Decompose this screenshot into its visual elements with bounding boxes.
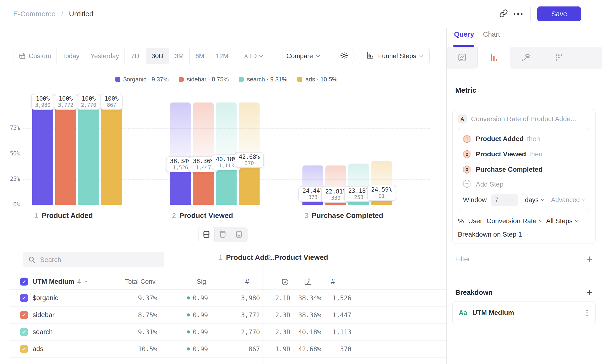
report-type-funnels[interactable] — [478, 47, 510, 68]
row-sig: 0.99 — [187, 294, 208, 302]
add-step-button[interactable]: Add Step — [463, 177, 585, 192]
chart-settings-button[interactable] — [335, 48, 354, 64]
bar-count-label: 373 — [302, 194, 323, 200]
legend-label: search · 9.31% — [247, 76, 287, 83]
more-options-button[interactable] — [511, 7, 525, 21]
report-type-retention[interactable] — [542, 47, 576, 68]
total-conv-header[interactable]: Total Conv. — [125, 278, 157, 285]
table-row-search[interactable]: ✓search9.31%0.992,7702.3D40.18%1,113 — [10, 323, 446, 341]
row-checkbox[interactable]: ✓ — [20, 311, 28, 319]
row-checkbox[interactable]: ✓ — [20, 345, 28, 353]
funnel-bar-organic-step2[interactable] — [170, 103, 191, 205]
chart-type-selector[interactable]: Funnel Steps — [359, 48, 430, 64]
layout-panel-bottom-button[interactable] — [231, 227, 247, 242]
funnel-bar-search-step2[interactable] — [216, 103, 236, 205]
step-number: 2 — [172, 212, 176, 220]
breakdown-column-header[interactable]: UTM Medium 4 — [32, 278, 87, 285]
row-checkbox[interactable]: ✓ — [20, 328, 28, 336]
table-row-sidebar[interactable]: ✓sidebar8.75%0.993,7722.3D38.36%1,447 — [10, 307, 446, 323]
row-step2-count: 1,447 — [332, 311, 351, 319]
funnel-report-page: E-Commerce / Untitled Save CustomTodayYe… — [0, 0, 602, 364]
window-unit-dropdown[interactable]: days — [522, 194, 547, 206]
range-custom[interactable]: Custom — [13, 48, 56, 64]
range-3m[interactable]: 3M — [169, 48, 190, 64]
bar-pct-label: 100% — [58, 95, 73, 102]
row-step2-time: 2.3D — [275, 328, 290, 336]
breakdown-column-label: UTM Medium — [32, 278, 74, 285]
bar-pct-label: 22.81% — [325, 188, 346, 195]
add-filter-button[interactable]: + — [586, 256, 592, 263]
tab-chart[interactable]: Chart — [483, 30, 500, 38]
row-total-conv: 10.5% — [138, 345, 157, 353]
range-yesterday[interactable]: Yesterday — [85, 48, 125, 64]
funnel-bar-solid — [55, 103, 76, 205]
legend-item-organic[interactable]: $organic · 9.37% — [115, 76, 169, 83]
series-badge: A — [458, 115, 467, 123]
table-step1-header[interactable]: 1 Product Add... — [219, 253, 275, 261]
measurement-entity[interactable]: User — [468, 217, 482, 225]
range-today[interactable]: Today — [56, 48, 85, 64]
step-name: Product Viewed — [179, 212, 233, 220]
breadcrumb-title[interactable]: Untitled — [69, 10, 93, 18]
step-hexagon-badge: 3 — [463, 165, 471, 174]
legend-item-sidebar[interactable]: sidebar · 8.75% — [179, 76, 229, 83]
sig-header[interactable]: Sig. — [197, 278, 208, 285]
query-step-3[interactable]: 3Purchase Completed — [463, 162, 585, 177]
range-xtd[interactable]: XTD — [234, 48, 272, 64]
chart-step-label-2: 2Product Viewed — [172, 212, 233, 220]
report-type-insights[interactable] — [447, 47, 478, 68]
legend-item-ads[interactable]: ads · 10.5% — [297, 76, 337, 83]
search-input[interactable] — [40, 252, 158, 268]
range-30d[interactable]: 30D — [146, 48, 169, 64]
row-checkbox[interactable]: ✓ — [20, 294, 28, 302]
breakdown-item[interactable]: Aa UTM Medium — [452, 301, 596, 324]
header-divider — [530, 7, 531, 21]
chevron-down-icon — [582, 198, 585, 201]
row-total-conv: 9.31% — [138, 328, 157, 336]
layout-split-horizontal-button[interactable] — [198, 227, 215, 242]
breadcrumb-project[interactable]: E-Commerce — [13, 10, 55, 18]
kebab-menu-icon[interactable] — [585, 309, 589, 317]
range-6m[interactable]: 6M — [190, 48, 210, 64]
share-link-button[interactable] — [496, 7, 511, 21]
range-12m[interactable]: 12M — [210, 48, 234, 64]
range-7d[interactable]: 7D — [125, 48, 146, 64]
sig-value: 0.99 — [193, 345, 208, 353]
y-axis-tick: 50% — [6, 150, 20, 157]
query-step-2[interactable]: 2Product Viewedthen — [463, 147, 585, 162]
funnel-bar-solid — [32, 103, 53, 205]
table-row-organic[interactable]: ✓$organic9.37%0.993,9802.1D38.34%1,526 — [10, 289, 446, 307]
measurement-scope-dropdown[interactable]: All Steps — [546, 217, 578, 225]
funnel-bar-organic-step1[interactable] — [32, 103, 53, 205]
tab-query[interactable]: Query — [454, 30, 474, 38]
chevron-down-icon — [525, 232, 528, 236]
ellipsis-icon — [514, 13, 523, 15]
legend-label: ads · 10.5% — [305, 76, 337, 83]
add-breakdown-button[interactable]: + — [586, 289, 592, 296]
select-all-checkbox[interactable]: ✓ — [20, 278, 28, 286]
conversion-window-row: Window days Advanced — [463, 194, 585, 206]
legend-item-search[interactable]: search · 9.31% — [239, 76, 287, 83]
funnel-bar-search-step1[interactable] — [78, 103, 99, 205]
metric-title-row[interactable]: A Conversion Rate of Product Adde... — [458, 115, 590, 123]
measurement-metric-dropdown[interactable]: Conversion Rate — [487, 217, 542, 225]
advanced-dropdown[interactable]: Advanced — [551, 196, 585, 204]
layout-panel-top-button[interactable] — [215, 227, 231, 242]
breakdown-on-step-dropdown[interactable]: Breakdown on Step 1 — [458, 231, 590, 238]
compare-button[interactable]: Compare — [283, 48, 323, 64]
query-step-1[interactable]: 1Product Addedthen — [463, 131, 585, 147]
window-value-input[interactable] — [491, 194, 518, 206]
funnel-bar-sidebar-step2[interactable] — [193, 103, 214, 205]
row-step2-rate: 40.18% — [298, 328, 321, 336]
table-step2-header[interactable]: 2 Product Viewed — [267, 253, 328, 261]
table-row-ads[interactable]: ✓ads10.5%0.998671.9D42.68%370 — [10, 341, 446, 358]
save-button[interactable]: Save — [537, 6, 581, 21]
measurement-scope-label: All Steps — [546, 217, 573, 225]
report-type-flows[interactable] — [510, 47, 542, 68]
y-axis-tick: 0% — [6, 201, 20, 208]
funnel-bar-ads-step1[interactable] — [101, 103, 122, 205]
bar-count-label: 2,770 — [81, 102, 96, 108]
funnel-bar-sidebar-step1[interactable] — [55, 103, 76, 205]
report-type-strip — [447, 47, 602, 68]
legend-swatch — [179, 77, 184, 82]
